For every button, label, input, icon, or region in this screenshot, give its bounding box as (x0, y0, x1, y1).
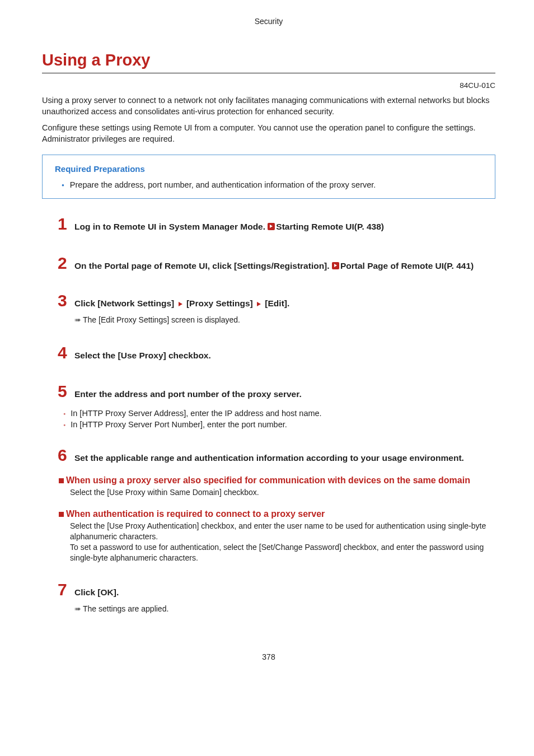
result-arrow-icon: ➠ (74, 604, 81, 613)
step-4: 4 Select the [Use Proxy] checkbox. (58, 344, 495, 362)
step-text: Click [OK]. (74, 586, 495, 599)
triangle-separator-icon (257, 302, 261, 306)
document-page: Security Using a Proxy 84CU-01C Using a … (0, 0, 534, 684)
step-3-seg2: [Proxy Settings] (184, 298, 255, 308)
step-1-link[interactable]: Starting Remote UI(P. 438) (276, 222, 384, 231)
header-category: Security (42, 17, 495, 26)
step-1-text: Log in to Remote UI in System Manager Mo… (74, 222, 268, 231)
step-3-seg1: Click [Network Settings] (74, 298, 177, 308)
bullet-item: In [HTTP Proxy Server Port Number], ente… (63, 420, 495, 429)
sub-heading-text: When using a proxy server also specified… (66, 475, 470, 485)
sub-heading: When authentication is required to conne… (59, 508, 495, 520)
square-bullet-icon (59, 478, 64, 483)
sub-body-line-1: Select the [Use Proxy Authentication] ch… (70, 521, 486, 541)
step-number: 4 (58, 344, 74, 361)
step-6: 6 Set the applicable range and authentic… (58, 447, 495, 464)
required-preparations-list: Prepare the address, port number, and au… (55, 180, 483, 189)
intro-paragraph-1: Using a proxy server to connect to a net… (42, 95, 495, 117)
step-text: On the Portal page of Remote UI, click [… (74, 259, 495, 272)
page-title: Using a Proxy (42, 51, 495, 73)
step-number: 2 (58, 255, 74, 272)
step-text: Click [Network Settings] [Proxy Settings… (74, 297, 495, 310)
step-number: 6 (58, 447, 74, 464)
step-number: 3 (58, 292, 74, 309)
step-6-sub-2: When authentication is required to conne… (59, 508, 495, 563)
step-2-link[interactable]: Portal Page of Remote UI(P. 441) (340, 261, 474, 270)
step-number: 1 (58, 216, 74, 232)
link-icon (268, 223, 275, 230)
step-text: Select the [Use Proxy] checkbox. (74, 349, 495, 362)
step-6-sub-1: When using a proxy server also specified… (59, 474, 495, 498)
step-7-result: ➠The settings are applied. (74, 604, 495, 613)
document-code: 84CU-01C (42, 81, 495, 90)
sub-body-line-2: To set a password to use for authenticat… (70, 543, 484, 562)
bullet-item: In [HTTP Proxy Server Address], enter th… (63, 409, 495, 418)
step-number: 5 (58, 383, 74, 400)
step-1: 1 Log in to Remote UI in System Manager … (58, 216, 495, 233)
sub-body: Select the [Use Proxy Authentication] ch… (70, 521, 495, 563)
sub-heading: When using a proxy server also specified… (59, 474, 495, 487)
step-2-text: On the Portal page of Remote UI, click [… (74, 261, 332, 270)
result-arrow-icon: ➠ (74, 315, 81, 324)
step-3: 3 Click [Network Settings] [Proxy Settin… (58, 292, 495, 310)
intro-paragraph-2: Configure these settings using Remote UI… (42, 123, 495, 134)
triangle-separator-icon (179, 302, 182, 306)
step-number: 7 (58, 581, 74, 598)
step-5: 5 Enter the address and port number of t… (58, 383, 495, 400)
required-preparations-box: Required Preparations Prepare the addres… (42, 155, 495, 199)
step-text: Enter the address and port number of the… (74, 388, 495, 400)
step-text: Log in to Remote UI in System Manager Mo… (74, 220, 495, 233)
preparation-item: Prepare the address, port number, and au… (62, 180, 483, 189)
step-3-result: ➠The [Edit Proxy Settings] screen is dis… (74, 315, 495, 324)
step-2: 2 On the Portal page of Remote UI, click… (58, 255, 495, 272)
step-text: Set the applicable range and authenticat… (74, 451, 495, 464)
step-3-seg3: [Edit]. (263, 298, 289, 308)
step-3-result-text: The [Edit Proxy Settings] screen is disp… (83, 315, 240, 324)
step-5-bullets: In [HTTP Proxy Server Address], enter th… (63, 409, 495, 429)
required-preparations-title: Required Preparations (55, 164, 483, 174)
sub-heading-text: When authentication is required to conne… (66, 509, 325, 519)
sub-body: Select the [Use Proxy within Same Domain… (70, 487, 495, 498)
link-icon (332, 262, 339, 269)
step-7: 7 Click [OK]. (58, 581, 495, 599)
intro-paragraph-3: Administrator privileges are required. (42, 134, 495, 145)
page-number: 378 (42, 652, 495, 661)
square-bullet-icon (59, 512, 64, 517)
step-7-result-text: The settings are applied. (83, 604, 168, 613)
